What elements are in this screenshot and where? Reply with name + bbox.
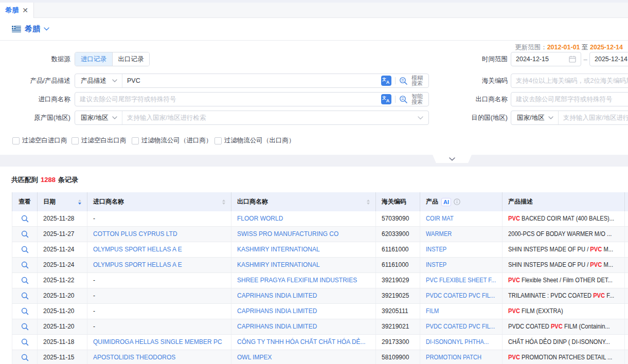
translate-icon[interactable]: 文A bbox=[381, 94, 391, 104]
fuzzy-search-label[interactable]: 模糊搜索 bbox=[411, 75, 424, 86]
view-cell bbox=[12, 304, 38, 319]
product-input[interactable]: PVC bbox=[122, 77, 381, 84]
product-link[interactable]: COIR MAT bbox=[426, 215, 454, 222]
description-cell: PVC Flexible Sheet / Film OTHER DET... bbox=[503, 273, 625, 288]
filter-checkbox-3[interactable]: 过滤物流公司（出口商） bbox=[214, 136, 295, 145]
checkbox-box[interactable] bbox=[214, 137, 222, 144]
origin-country-chevron-down-icon[interactable] bbox=[418, 116, 428, 120]
product-link[interactable]: FILM bbox=[426, 307, 439, 315]
view-search-icon[interactable] bbox=[21, 338, 29, 346]
column-header-exporter[interactable]: 出口商名称 bbox=[231, 192, 376, 211]
product-link[interactable]: PVDC COATED PVC FIL... bbox=[426, 323, 495, 330]
importer-cell: - bbox=[87, 288, 231, 303]
exporter-link[interactable]: CAPRIHANS INDIA LIMITED bbox=[237, 323, 317, 330]
svg-text:文: 文 bbox=[382, 96, 386, 100]
importer-cell: COTTON PLUS CYPRUS LTD bbox=[87, 227, 231, 242]
smart-search-label[interactable]: 智能搜索 bbox=[411, 94, 424, 105]
tab-close-icon[interactable]: ✕ bbox=[22, 7, 28, 14]
view-search-icon[interactable] bbox=[21, 230, 29, 238]
hs-code-cell: 29173300 bbox=[376, 335, 420, 350]
filter-checkbox-2[interactable]: 过滤物流公司（进口商） bbox=[132, 136, 212, 145]
exporter-link[interactable]: KASHMIRY INTERNATIONAL bbox=[237, 246, 320, 253]
country-chevron-down-icon[interactable] bbox=[44, 27, 49, 31]
product-cell: FILM bbox=[420, 304, 503, 319]
segment-export-records[interactable]: 出口记录 bbox=[112, 52, 149, 66]
view-search-icon[interactable] bbox=[21, 307, 29, 315]
exporter-link[interactable]: SWISS PRO MANUFACTURING CO bbox=[237, 230, 338, 238]
product-link[interactable]: INSTEP bbox=[426, 261, 446, 268]
exporter-input[interactable]: 建议去除公司尾部字符或特殊符号 bbox=[511, 92, 628, 106]
column-header-importer[interactable]: 进口商名称 bbox=[87, 192, 231, 211]
view-search-icon[interactable] bbox=[21, 323, 29, 331]
segment-import-records[interactable]: 进口记录 bbox=[75, 52, 112, 66]
update-range-end: 2025-12-14 bbox=[590, 44, 623, 51]
collapse-toggle[interactable] bbox=[433, 155, 472, 163]
exporter-link[interactable]: OWL IMPEX bbox=[237, 354, 272, 361]
exporter-link[interactable]: CÔNG TY TNHH HÓA CHẤT CHẤT HÓA DẺ... bbox=[237, 338, 366, 345]
country-title[interactable]: 希腊 bbox=[25, 24, 40, 34]
table-row: 2025-11-24OLYMPUS SPORT HELLAS A EKASHMI… bbox=[12, 258, 628, 273]
filter-checkbox-1[interactable]: 过滤空白出口商 bbox=[71, 136, 127, 145]
view-search-icon[interactable] bbox=[21, 277, 29, 284]
results-table: 查看日期进口商名称出口商名称海关编码产品AI产品描述 2025-11-28-FL… bbox=[12, 192, 628, 364]
smart-search-icon[interactable] bbox=[399, 95, 408, 104]
tab-bar: 希腊 ✕ bbox=[0, 3, 628, 18]
extra-cell bbox=[625, 319, 628, 334]
date-cell: 2025-11-27 bbox=[38, 227, 87, 242]
hs-code-cell: 39219029 bbox=[376, 273, 420, 288]
extra-cell bbox=[625, 288, 628, 303]
exporter-link[interactable]: CAPRIHANS INDIA LIMITED bbox=[237, 307, 317, 315]
product-link[interactable]: PVDC COATED PVC FIL... bbox=[426, 292, 495, 299]
date-end-input[interactable]: 2025-12-14 bbox=[589, 52, 628, 66]
sort-carets-importer[interactable] bbox=[219, 199, 225, 205]
column-header-date[interactable]: 日期 bbox=[38, 192, 87, 211]
fuzzy-search-icon[interactable] bbox=[399, 77, 408, 85]
sort-carets-date[interactable] bbox=[75, 199, 81, 205]
exporter-link[interactable]: SHREE PRAGYA FLEXIFILM INDUSTRIES bbox=[237, 277, 357, 284]
sort-carets-exporter[interactable] bbox=[364, 199, 370, 205]
info-circle-icon[interactable] bbox=[454, 198, 460, 205]
origin-country-select[interactable]: 国家/地区 bbox=[75, 111, 122, 124]
exporter-cell: SWISS PRO MANUFACTURING CO bbox=[231, 227, 376, 242]
exporter-link[interactable]: CAPRIHANS INDIA LIMITED bbox=[237, 292, 317, 299]
tab-greece[interactable]: 希腊 ✕ bbox=[0, 3, 34, 18]
product-type-select[interactable]: 产品描述 bbox=[75, 74, 122, 87]
collapse-chevron-down-icon bbox=[449, 157, 455, 161]
view-search-icon[interactable] bbox=[21, 246, 29, 253]
view-search-icon[interactable] bbox=[21, 215, 29, 223]
importer-link[interactable]: OLYMPUS SPORT HELLAS A E bbox=[93, 246, 182, 253]
importer-link[interactable]: APOSTOLIDIS THEODOROS bbox=[93, 354, 175, 361]
product-link[interactable]: INSTEP bbox=[426, 246, 446, 253]
filter-checkbox-0[interactable]: 过滤空白进口商 bbox=[12, 136, 67, 145]
date-start-input[interactable]: 2024-12-15 bbox=[511, 52, 581, 66]
checkbox-label: 过滤空白出口商 bbox=[81, 136, 127, 145]
checkbox-box[interactable] bbox=[132, 137, 139, 144]
hs-code-cell: 39205111 bbox=[376, 304, 420, 319]
exporter-link[interactable]: KASHMIRY INTERNATIONAL bbox=[237, 261, 320, 268]
dest-country-input[interactable]: 支持输入国家/地区进行检索 bbox=[559, 114, 628, 122]
product-link[interactable]: PVC FLEXIBLE SHEET F... bbox=[426, 277, 496, 284]
importer-link[interactable]: QUIMIDROGA HELLAS SINGLE MEMBER PC bbox=[93, 338, 222, 345]
checkbox-box[interactable] bbox=[12, 137, 20, 144]
hs-code-input[interactable]: 支持4位以上海关编码，或2位海关编码加 bbox=[511, 74, 628, 88]
product-link[interactable]: WARMER bbox=[426, 230, 452, 238]
checkbox-box[interactable] bbox=[71, 137, 79, 144]
view-search-icon[interactable] bbox=[21, 292, 29, 300]
origin-country-input[interactable]: 支持输入国家/地区进行检索 bbox=[122, 114, 418, 122]
view-search-icon[interactable] bbox=[21, 354, 29, 361]
product-link[interactable]: DI-ISONONYL PHTHA... bbox=[426, 338, 489, 345]
exporter-link[interactable]: FLOOR WORLD bbox=[237, 215, 283, 222]
results-panel: 共匹配到1288条记录 查看日期进口商名称出口商名称海关编码产品AI产品描述 2… bbox=[0, 167, 628, 364]
importer-input[interactable]: 建议去除公司尾部字符或特殊符号 文A 智能搜索 bbox=[75, 92, 429, 106]
product-link[interactable]: PROMOTION PATCH bbox=[426, 354, 481, 361]
importer-link[interactable]: COTTON PLUS CYPRUS LTD bbox=[93, 230, 177, 238]
exporter-cell: CAPRIHANS INDIA LIMITED bbox=[231, 304, 376, 319]
importer-cell: - bbox=[87, 304, 231, 319]
translate-icon[interactable]: 文A bbox=[381, 76, 391, 86]
view-search-icon[interactable] bbox=[21, 261, 29, 269]
view-cell bbox=[12, 350, 38, 364]
dest-country-select[interactable]: 国家/地区 bbox=[511, 111, 559, 124]
calendar-icon bbox=[569, 56, 581, 63]
importer-cell: OLYMPUS SPORT HELLAS A E bbox=[87, 242, 231, 257]
importer-link[interactable]: OLYMPUS SPORT HELLAS A E bbox=[93, 261, 182, 268]
